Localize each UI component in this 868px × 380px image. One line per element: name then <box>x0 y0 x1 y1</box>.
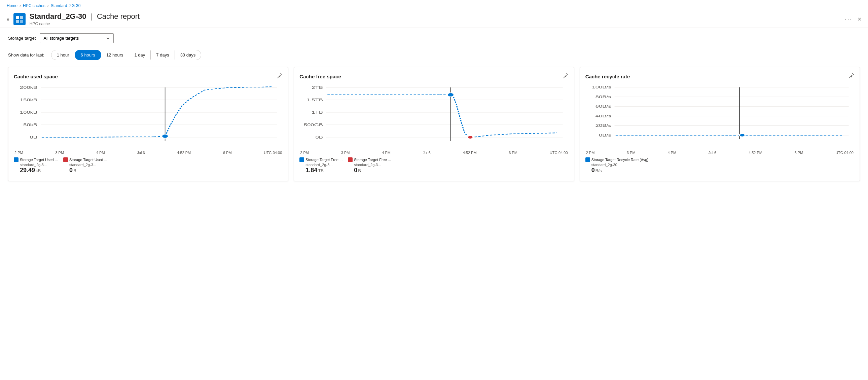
breadcrumb-standard-2g-30[interactable]: Standard_2G-30 <box>51 3 81 8</box>
chart2-pin-icon[interactable] <box>562 73 568 80</box>
chart1-pin-icon[interactable] <box>277 73 283 80</box>
legend-item-3: Storage Target Free ... standard_2g-3...… <box>348 157 391 174</box>
time-filter-row: Show data for last: 1 hour 6 hours 12 ho… <box>8 50 860 60</box>
svg-point-15 <box>162 134 168 138</box>
storage-target-filter-row: Storage target All storage targets <box>8 33 860 43</box>
svg-point-42 <box>740 133 745 137</box>
svg-text:150kB: 150kB <box>20 98 37 102</box>
charts-row: Cache used space 200kB 150kB 100kB <box>8 67 860 181</box>
svg-text:80B/s: 80B/s <box>595 95 611 99</box>
svg-text:100B/s: 100B/s <box>592 86 611 89</box>
chart3-pin-icon[interactable] <box>848 73 854 80</box>
svg-text:60B/s: 60B/s <box>595 104 611 108</box>
chart1-legend: Storage Target Used ... standard_2g-3...… <box>14 157 283 174</box>
breadcrumb-home[interactable]: Home <box>7 3 18 8</box>
time-option-6hours[interactable]: 6 hours <box>75 50 101 60</box>
breadcrumb: Home › HPC caches › Standard_2G-30 <box>0 0 868 10</box>
storage-target-label: Storage target <box>8 36 36 41</box>
collapse-button[interactable]: » <box>7 17 9 22</box>
chart2-area: 2TB 1.5TB 1TB 500GB 0B <box>300 84 568 148</box>
legend-item-2: Storage Target Free ... standard_2g-3...… <box>300 157 342 174</box>
time-option-1hour[interactable]: 1 hour <box>52 51 75 60</box>
chart2-x-labels: 2 PM 3 PM 4 PM Jul 6 4:52 PM 6 PM UTC-04… <box>300 151 568 155</box>
cache-recycle-rate-card: Cache recycle rate 100B/s 80B/s 60B/s 40… <box>580 67 860 181</box>
svg-text:0B: 0B <box>316 135 323 139</box>
svg-point-28 <box>468 135 473 139</box>
main-content: Storage target All storage targets Show … <box>0 28 868 187</box>
svg-text:200kB: 200kB <box>20 86 37 90</box>
page-title: Standard_2G-30 | Cache report <box>30 12 839 21</box>
legend-bar-blue-2 <box>585 157 590 162</box>
chart1-area: 200kB 150kB 100kB 50kB 0B <box>14 84 283 148</box>
svg-text:1TB: 1TB <box>312 110 323 114</box>
svg-rect-1 <box>20 16 23 19</box>
chart1-title: Cache used space <box>14 74 58 80</box>
svg-rect-2 <box>16 20 19 23</box>
time-filter-label: Show data for last: <box>8 53 44 58</box>
legend-item-0: Storage Target Used ... standard_2g-3...… <box>14 157 58 174</box>
svg-rect-0 <box>16 16 19 19</box>
svg-text:2TB: 2TB <box>312 86 323 90</box>
chart3-header: Cache recycle rate <box>585 73 854 80</box>
svg-text:500GB: 500GB <box>304 123 323 127</box>
chart2-legend: Storage Target Free ... standard_2g-3...… <box>300 157 568 174</box>
chart3-x-labels: 2 PM 3 PM 4 PM Jul 6 4:52 PM 6 PM UTC-04… <box>585 151 854 155</box>
time-option-30days[interactable]: 30 days <box>175 51 201 60</box>
legend-bar-red-0 <box>63 157 68 162</box>
storage-target-select[interactable]: All storage targets <box>40 33 114 43</box>
close-button[interactable]: × <box>858 16 861 23</box>
chart2-header: Cache free space <box>300 73 568 80</box>
chart3-legend: Storage Target Recycle Rate (Avg) standa… <box>585 157 854 174</box>
breadcrumb-hpc-caches[interactable]: HPC caches <box>23 3 45 8</box>
chart3-area: 100B/s 80B/s 60B/s 40B/s 20B/s 0B/s <box>585 84 854 148</box>
legend-bar-red-1 <box>348 157 352 162</box>
page-subtitle: HPC cache <box>30 22 839 26</box>
svg-text:40B/s: 40B/s <box>595 114 611 118</box>
legend-bar-blue-1 <box>300 157 304 162</box>
chart2-title: Cache free space <box>300 74 341 80</box>
page-icon <box>13 13 26 25</box>
more-options-button[interactable]: ··· <box>845 15 852 23</box>
time-option-1day[interactable]: 1 day <box>129 51 151 60</box>
svg-text:0B: 0B <box>30 135 37 139</box>
legend-item-4: Storage Target Recycle Rate (Avg) standa… <box>585 157 649 174</box>
svg-text:1.5TB: 1.5TB <box>307 98 323 102</box>
time-options-group: 1 hour 6 hours 12 hours 1 day 7 days 30 … <box>51 50 202 60</box>
chart1-header: Cache used space <box>14 73 283 80</box>
header-title-group: Standard_2G-30 | Cache report HPC cache <box>30 12 839 26</box>
legend-bar-blue-0 <box>14 157 19 162</box>
time-option-7days[interactable]: 7 days <box>151 51 175 60</box>
svg-point-27 <box>447 93 454 97</box>
svg-text:100kB: 100kB <box>20 110 37 114</box>
legend-item-1: Storage Target Used ... standard_2g-3...… <box>63 157 107 174</box>
chart3-title: Cache recycle rate <box>585 74 630 80</box>
svg-rect-3 <box>20 20 23 23</box>
chart1-x-labels: 2 PM 3 PM 4 PM Jul 6 4:52 PM 6 PM UTC-04… <box>14 151 283 155</box>
svg-text:0B/s: 0B/s <box>599 133 611 137</box>
svg-text:20B/s: 20B/s <box>595 124 611 127</box>
time-option-12hours[interactable]: 12 hours <box>101 51 129 60</box>
cache-used-space-card: Cache used space 200kB 150kB 100kB <box>8 67 288 181</box>
cache-free-space-card: Cache free space 2TB 1.5TB 1TB 500GB 0B <box>294 67 574 181</box>
page-header: » Standard_2G-30 | Cache report HPC cach… <box>0 10 868 28</box>
svg-text:50kB: 50kB <box>23 123 37 127</box>
